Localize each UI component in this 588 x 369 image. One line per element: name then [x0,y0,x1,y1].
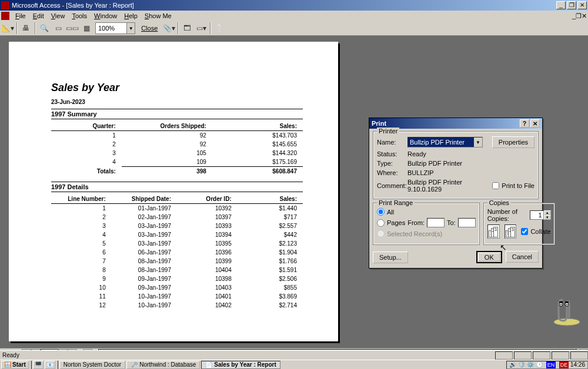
printer-name-combo[interactable]: Bullzip PDF Printer ▼ [407,137,483,147]
database-window-button[interactable]: 🗔 [181,22,193,35]
menu-showme[interactable]: Show Me [141,12,175,20]
print-dialog: Print ? ✕ Printer Name: Bullzip PDF Prin… [369,118,543,269]
window-titlebar: Microsoft Access - [Sales by Year : Repo… [0,0,588,11]
quicklaunch-item[interactable]: 📧 [45,361,55,369]
ok-button[interactable]: OK [476,251,502,263]
to-input[interactable] [458,218,476,227]
close-preview-button[interactable]: Close [138,25,161,32]
num-copies-input[interactable] [530,210,544,220]
new-object-button[interactable]: ▭▾ [195,22,208,35]
svg-point-2 [560,304,562,305]
close-button[interactable]: ✕ [530,119,540,128]
multi-page-button[interactable]: ▦ [80,22,93,35]
minimize-button[interactable]: _ [556,1,566,9]
help-button[interactable]: ? [520,119,529,128]
two-page-button[interactable]: ▭▭ [66,22,79,35]
totals-orders: 398 [122,167,212,176]
menu-edit[interactable]: Edit [29,12,48,20]
doc-icon[interactable] [1,12,9,20]
doc-restore-button[interactable]: ❐ [576,12,582,20]
system-tray[interactable]: 🔊 🛡️ ⚙️ 🕒 EN DE 14:26 [506,361,588,369]
officelinks-button[interactable]: 📎▾ [162,22,175,35]
summary-row: 4109$175.169 [51,157,303,167]
tray-icon[interactable]: 🕒 [536,361,543,368]
range-pages-radio[interactable]: Pages From: To: [377,218,476,227]
menubar: File Edit View Tools Window Help Show Me… [0,11,588,21]
help-button[interactable]: ❔ [213,22,226,35]
col-orders-shipped: Orders Shipped: [122,122,212,131]
details-table: Line Number: Shipped Date: Order ID: Sal… [51,194,303,310]
clock[interactable]: 14:26 [570,361,585,368]
statusbar: Ready [0,350,588,360]
comment-label: Comment: [377,182,405,189]
zoom-dropdown[interactable]: ▼ [126,23,135,33]
detail-row: 606-Jan-199710396$1.904 [51,248,303,257]
collate-checkbox[interactable]: Collate [521,228,550,235]
tray-icon[interactable]: 🛡️ [518,361,525,368]
separator [178,22,178,34]
print-to-file-checkbox[interactable]: Print to File [492,182,534,189]
office-assistant-clippy[interactable] [549,294,582,327]
menu-window[interactable]: Window [91,12,121,20]
spin-up[interactable]: ▲ [544,210,551,215]
collate-icon: 123 [505,224,517,239]
where-label: Where: [377,169,405,176]
doc-close-button[interactable]: ✕ [582,12,587,20]
start-button[interactable]: 🪟 Start [1,361,29,369]
cancel-button[interactable]: Cancel [506,251,539,263]
menu-file[interactable]: File [12,12,29,20]
type-value: Bullzip PDF Printer [407,160,462,167]
detail-row: 303-Jan-199710393$2.557 [51,222,303,230]
separator [210,22,211,34]
detail-row: 202-Jan-199710397$717 [51,213,303,222]
print-button[interactable]: 🖶 [19,22,32,35]
setup-button[interactable]: Setup... [373,251,408,263]
detail-row: 909-Jan-199710398$2.506 [51,274,303,283]
detail-row: 403-Jan-199710394$442 [51,230,303,239]
report-preview-page[interactable]: Sales by Year 23-Jun-2023 1997 Summary Q… [9,42,338,341]
svg-point-4 [566,304,567,305]
zoom-button[interactable]: 🔍 [38,22,51,35]
detail-row: 1210-Jan-199710402$2.714 [51,301,303,310]
zoom-value: 100% [96,25,126,32]
totals-sales: $608.847 [212,167,303,176]
taskbar-item-northwind[interactable]: 🗝️ Northwind : Database [126,361,200,369]
printer-name-value: Bullzip PDF Printer [408,139,474,146]
spin-down[interactable]: ▼ [544,215,551,220]
tray-icon[interactable]: ⚙️ [527,361,534,368]
num-copies-spinner[interactable]: ▲▼ [530,210,551,220]
from-input[interactable] [427,218,445,227]
summary-table: Quarter: Orders Shipped: Sales: 192$143.… [51,122,303,176]
copies-group-label: Copies [487,199,511,206]
lang-indicator[interactable]: DE [559,361,569,368]
print-dialog-title: Print [372,120,386,127]
one-page-button[interactable]: ▭ [52,22,65,35]
tray-icon[interactable]: 🔊 [509,361,516,368]
menu-view[interactable]: View [48,12,69,20]
menu-tools[interactable]: Tools [68,12,91,20]
status-text: Ready [2,352,19,358]
menu-help[interactable]: Help [121,12,141,20]
dropdown-icon[interactable]: ▼ [474,137,482,147]
collate-icon: 123 [487,224,500,239]
copies-group: Copies Number of Copies: ▲▼ 123 123 Coll… [483,203,555,245]
taskbar-item-norton[interactable]: Norton System Doctor [59,361,125,369]
zoom-combo[interactable]: 100% ▼ [95,22,135,34]
app-icon [1,1,9,9]
status-value: Ready [407,150,426,157]
quicklaunch-item[interactable]: 🖥️ [33,361,44,369]
maximize-button[interactable]: ❐ [567,1,576,9]
properties-button[interactable]: Properties [492,136,534,148]
view-button[interactable]: 📐▾ [1,22,14,35]
separator [16,22,17,34]
col-order-id: Order ID: [177,194,238,204]
taskbar-item-report[interactable]: 📄 Sales by Year : Report [201,361,280,369]
lang-indicator[interactable]: EN [546,361,556,368]
num-copies-label: Number of Copies: [487,208,527,222]
comment-value: Bullzip PDF Printer 9.10.0.1629 [407,179,490,193]
detail-row: 1110-Jan-199710401$3.869 [51,292,303,301]
range-all-radio[interactable]: All [377,208,394,216]
col-quarter: Quarter: [51,122,122,131]
col-line-number: Line Number: [51,194,112,204]
close-button[interactable]: ✕ [577,1,587,9]
